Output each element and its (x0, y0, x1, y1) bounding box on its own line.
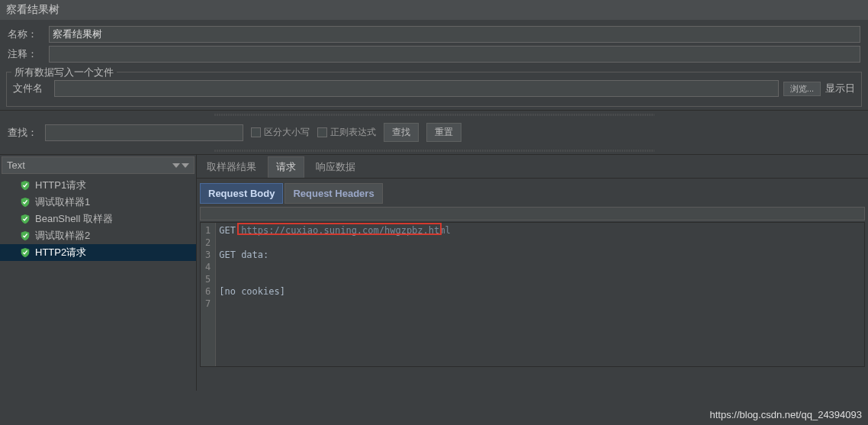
sub-tabs: Request BodyRequest Headers (197, 179, 868, 204)
tree-item-label: HTTP1请求 (35, 179, 86, 192)
shield-check-icon (20, 214, 31, 224)
code-area: 1234567 GET https://cuxiao.suning.com/hw… (200, 222, 865, 367)
code-line (219, 298, 861, 310)
code-lines[interactable]: GET https://cuxiao.suning.com/hwgzpbz.ht… (216, 223, 864, 366)
code-line: GET https://cuxiao.suning.com/hwgzpbz.ht… (219, 224, 861, 237)
code-toolbar (200, 207, 865, 221)
show-label: 显示日 (825, 82, 855, 95)
code-line (219, 273, 861, 285)
tree-item-label: 调试取样器2 (35, 229, 90, 243)
comment-label: 注释： (8, 47, 44, 61)
regex-checkbox[interactable] (317, 127, 327, 137)
title-text: 察看结果树 (6, 3, 59, 15)
search-row: 查找： 区分大小写 正则表达式 查找 重置 (0, 118, 868, 146)
watermark: https://blog.csdn.net/qq_24394093 (710, 409, 863, 420)
left-pane: Text HTTP1请求调试取样器1BeanShell 取样器调试取样器2HTT… (0, 155, 197, 391)
shield-check-icon (20, 230, 31, 241)
tree-item-1[interactable]: 调试取样器1 (0, 194, 196, 211)
file-legend: 所有数据写入一个文件 (11, 66, 117, 79)
case-checkbox[interactable] (251, 127, 261, 137)
renderer-value: Text (7, 159, 25, 171)
main-split: Text HTTP1请求调试取样器1BeanShell 取样器调试取样器2HTT… (0, 154, 868, 391)
tree-item-3[interactable]: 调试取样器2 (0, 227, 196, 244)
title-bar: 察看结果树 (0, 0, 868, 20)
case-checkbox-wrap[interactable]: 区分大小写 (251, 126, 310, 139)
renderer-combo[interactable]: Text (2, 156, 194, 174)
chevron-down-icon (172, 163, 180, 168)
shield-check-icon (20, 247, 31, 258)
main-tabs: 取样器结果请求响应数据 (197, 155, 868, 179)
tab-1[interactable]: 请求 (268, 156, 304, 178)
tree-item-label: 调试取样器1 (35, 195, 90, 209)
result-tree: HTTP1请求调试取样器1BeanShell 取样器调试取样器2HTTP2请求 (0, 175, 196, 262)
code-line (219, 261, 861, 273)
code-line (219, 237, 861, 249)
line-gutter: 1234567 (201, 223, 216, 366)
shield-check-icon (20, 197, 31, 208)
shield-check-icon (20, 180, 31, 191)
chevron-down-icon (182, 163, 189, 168)
filename-input[interactable] (54, 80, 779, 97)
splitter-grip-2[interactable] (214, 148, 654, 153)
comment-input[interactable] (49, 46, 860, 63)
find-button[interactable]: 查找 (384, 123, 419, 142)
code-line: [no cookies] (219, 285, 861, 298)
browse-button[interactable]: 浏览... (783, 82, 821, 96)
search-input[interactable] (45, 124, 243, 141)
tree-item-label: HTTP2请求 (35, 246, 86, 259)
right-pane: 取样器结果请求响应数据 Request BodyRequest Headers … (197, 155, 868, 391)
search-label: 查找： (8, 126, 37, 140)
name-input[interactable] (49, 26, 860, 43)
reset-button[interactable]: 重置 (426, 123, 461, 142)
regex-label: 正则表达式 (330, 126, 376, 139)
subtab-0[interactable]: Request Body (200, 183, 283, 204)
name-label: 名称： (8, 27, 44, 41)
tab-2[interactable]: 响应数据 (307, 156, 364, 178)
file-fieldset: 所有数据写入一个文件 文件名 浏览... 显示日 (6, 72, 862, 107)
subtab-1[interactable]: Request Headers (285, 183, 382, 204)
tree-item-label: BeanShell 取样器 (35, 212, 113, 226)
regex-checkbox-wrap[interactable]: 正则表达式 (317, 126, 376, 139)
filename-label: 文件名 (13, 82, 50, 95)
tree-item-2[interactable]: BeanShell 取样器 (0, 211, 196, 227)
tab-0[interactable]: 取样器结果 (198, 156, 265, 178)
name-panel: 名称： 注释： (0, 20, 868, 69)
tree-item-0[interactable]: HTTP1请求 (0, 177, 196, 194)
case-label: 区分大小写 (264, 126, 310, 139)
code-line: GET data: (219, 249, 861, 261)
tree-item-4[interactable]: HTTP2请求 (0, 244, 196, 261)
splitter-grip[interactable] (214, 112, 654, 117)
